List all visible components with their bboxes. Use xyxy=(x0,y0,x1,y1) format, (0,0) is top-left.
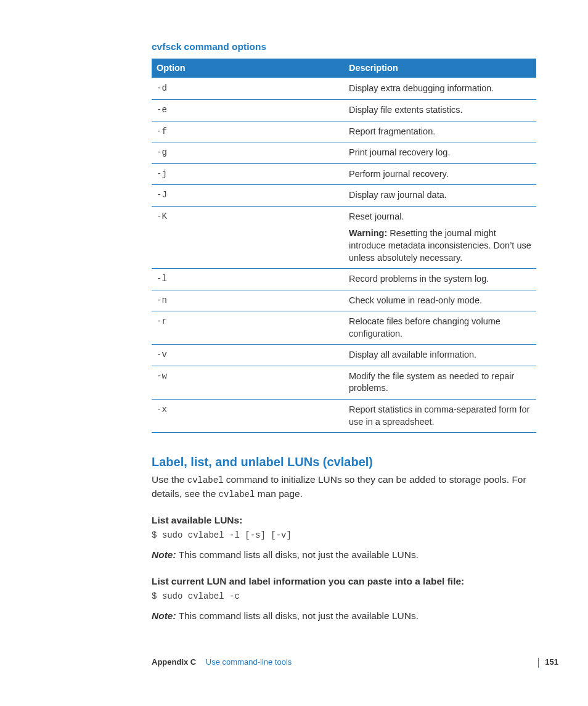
description-cell: Display all available information. xyxy=(344,345,536,366)
page-footer: Appendix C Use command-line tools 151 xyxy=(152,657,558,668)
table-header-row: Option Description xyxy=(152,59,536,78)
subheading: List current LUN and label information y… xyxy=(152,575,536,588)
warning-block: Warning: Resetting the journal might int… xyxy=(349,228,531,264)
note: Note: This command lists all disks, not … xyxy=(152,549,536,562)
table-row: -f Report fragmentation. xyxy=(152,121,536,142)
table-row: -l Record problems in the system log. xyxy=(152,269,536,290)
footer-separator-icon xyxy=(538,658,539,668)
table-row: -e Display file extents statistics. xyxy=(152,100,536,121)
option-cell: -K xyxy=(152,206,344,268)
option-cell: -l xyxy=(152,269,344,290)
option-cell: -g xyxy=(152,142,344,164)
table-caption: cvfsck command options xyxy=(152,41,536,54)
option-cell: -J xyxy=(152,185,344,207)
table-row: -d Display extra debugging information. xyxy=(152,78,536,99)
note: Note: This command lists all disks, not … xyxy=(152,610,536,623)
col-option: Option xyxy=(152,59,344,78)
subheading: List available LUNs: xyxy=(152,514,536,527)
table-row: -j Perform journal recovery. xyxy=(152,163,536,185)
description-cell: Perform journal recovery. xyxy=(344,163,536,185)
option-cell: -w xyxy=(152,366,344,399)
inline-code: cvlabel xyxy=(219,490,255,499)
description-cell: Relocate files before changing volume co… xyxy=(344,311,536,345)
option-cell: -f xyxy=(152,121,344,142)
col-description: Description xyxy=(344,59,536,78)
description-cell: Report statistics in comma-separated for… xyxy=(344,400,536,433)
page-number: 151 xyxy=(545,657,558,667)
page-content: cvfsck command options Option Descriptio… xyxy=(0,0,588,623)
description-cell: Check volume in read-only mode. xyxy=(344,290,536,311)
note-label: Note: xyxy=(152,610,176,621)
description-cell: Print journal recovery log. xyxy=(344,142,536,164)
text: man page. xyxy=(255,488,303,499)
warning-label: Warning: xyxy=(349,228,387,238)
description-cell: Modify the file system as needed to repa… xyxy=(344,366,536,399)
description-cell: Record problems in the system log. xyxy=(344,269,536,290)
table-row: -n Check volume in read-only mode. xyxy=(152,290,536,311)
table-row: -v Display all available information. xyxy=(152,345,536,366)
code-block: $ sudo cvlabel -c xyxy=(152,591,536,602)
table-row: -x Report statistics in comma-separated … xyxy=(152,400,536,433)
table-row: -J Display raw journal data. xyxy=(152,185,536,207)
description-cell: Display raw journal data. xyxy=(344,185,536,207)
note-text: This command lists all disks, not just t… xyxy=(176,610,419,621)
option-cell: -e xyxy=(152,100,344,121)
footer-page-number: 151 xyxy=(538,657,558,668)
table-row: -w Modify the file system as needed to r… xyxy=(152,366,536,399)
footer-link: Use command-line tools xyxy=(206,657,292,667)
text: Use the xyxy=(152,474,187,485)
option-cell: -n xyxy=(152,290,344,311)
option-cell: -j xyxy=(152,163,344,185)
option-cell: -x xyxy=(152,400,344,433)
description-cell: Display extra debugging information. xyxy=(344,78,536,99)
section-title-cvlabel: Label, list, and unlabel LUNs (cvlabel) xyxy=(152,454,536,470)
description-cell: Reset journal. Warning: Resetting the jo… xyxy=(344,206,536,268)
footer-appendix: Appendix C xyxy=(152,657,196,667)
option-cell: -d xyxy=(152,78,344,99)
inline-code: cvlabel xyxy=(187,475,224,485)
table-row: -g Print journal recovery log. xyxy=(152,142,536,164)
description-text: Reset journal. xyxy=(349,211,404,221)
table-row: -r Relocate files before changing volume… xyxy=(152,311,536,345)
options-table: Option Description -d Display extra debu… xyxy=(152,59,536,433)
paragraph: Use the cvlabel command to initialize LU… xyxy=(152,473,536,501)
note-label: Note: xyxy=(152,549,176,560)
code-block: $ sudo cvlabel -l [-s] [-v] xyxy=(152,530,536,541)
note-text: This command lists all disks, not just t… xyxy=(176,549,419,560)
option-cell: -v xyxy=(152,345,344,366)
table-row: -K Reset journal. Warning: Resetting the… xyxy=(152,206,536,268)
description-cell: Report fragmentation. xyxy=(344,121,536,142)
description-cell: Display file extents statistics. xyxy=(344,100,536,121)
option-cell: -r xyxy=(152,311,344,345)
